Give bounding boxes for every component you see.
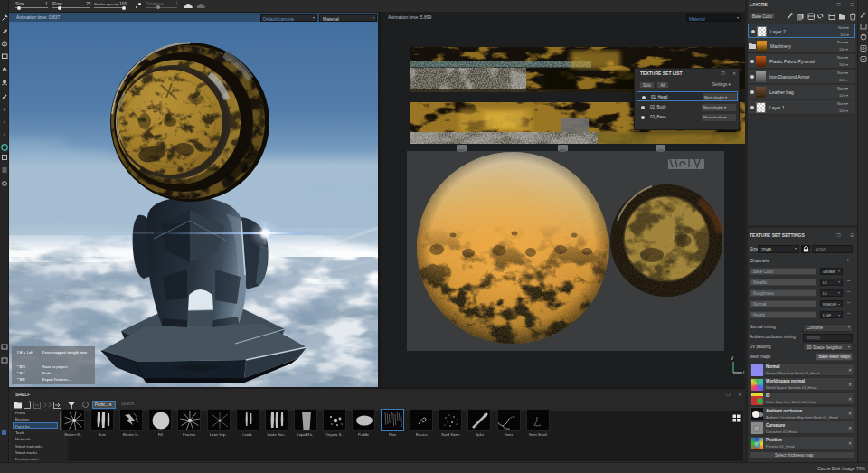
svg-text:V: V [731,355,734,361]
